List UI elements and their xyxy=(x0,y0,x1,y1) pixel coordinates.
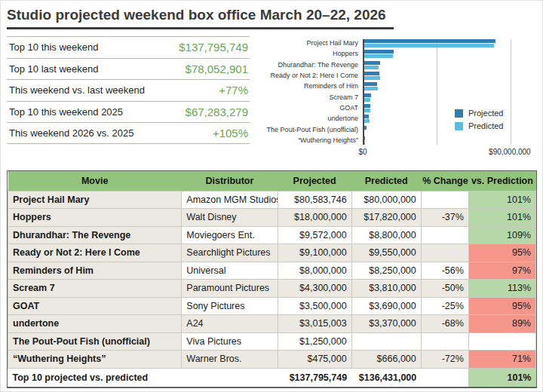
bar-predicted xyxy=(364,66,379,69)
vs-prediction-cell: 89% xyxy=(468,315,535,333)
bar-projected xyxy=(364,104,370,108)
pct-change-cell xyxy=(421,226,468,244)
legend-item: Projected xyxy=(455,109,503,118)
pct-change-cell: -72% xyxy=(421,351,468,369)
vs-prediction-cell: 71% xyxy=(468,351,535,369)
bar-predicted xyxy=(364,76,380,80)
column-header: Distributor xyxy=(182,171,278,191)
movie-cell: “Wuthering Heights” xyxy=(8,351,182,369)
chart-category-label: “Wuthering Heights” xyxy=(257,136,363,145)
legend-label: Projected xyxy=(468,109,503,118)
movie-cell: Ready or Not 2: Here I Come xyxy=(8,244,182,262)
predicted-cell xyxy=(351,332,421,351)
summary-label: Top 10 this weekend xyxy=(9,41,99,53)
bar-predicted xyxy=(364,119,370,123)
report-page: Studio projected weekend box office Marc… xyxy=(0,0,543,392)
pct-change-cell: -37% xyxy=(421,209,468,227)
bar-projected xyxy=(364,39,495,43)
chart-category-label: GOAT xyxy=(257,104,363,112)
column-header: Predicted xyxy=(351,171,421,191)
projected-cell: $80,583,746 xyxy=(278,191,351,209)
predicted-cell: $3,690,000 xyxy=(351,297,421,315)
chart-category-labels: Project Hail MaryHoppersDhurandhar: The … xyxy=(257,39,363,145)
pct-change-cell: -68% xyxy=(421,315,468,333)
movie-cell: Reminders of Him xyxy=(8,262,182,280)
bar-projected xyxy=(364,93,371,97)
x-tick-max: $90,000,000 xyxy=(489,148,531,156)
bar-predicted xyxy=(364,54,393,58)
summary-value: $67,283,279 xyxy=(186,106,248,118)
chart-category-label: Ready or Not 2: Here I Come xyxy=(257,72,363,80)
summary-value: $137,795,749 xyxy=(179,41,248,54)
vs-prediction-cell: 101% xyxy=(468,191,535,209)
bar-predicted xyxy=(364,141,365,145)
bar-projected xyxy=(364,50,394,54)
projected-cell: $1,250,000 xyxy=(278,332,351,351)
bar-group xyxy=(364,61,511,69)
footer-vs-prediction-cell: 101% xyxy=(468,368,535,387)
footer-projected-cell: $137,795,749 xyxy=(278,368,351,387)
pct-change-cell xyxy=(421,244,468,262)
table-header-row: MovieDistributorProjectedPredicted% Chan… xyxy=(8,171,536,191)
distributor-cell: Walt Disney xyxy=(182,209,278,227)
bar-projected xyxy=(364,126,367,130)
projected-cell: $8,000,000 xyxy=(278,262,351,280)
pct-change-cell: -50% xyxy=(421,280,468,298)
vs-prediction-cell: 101% xyxy=(468,209,535,227)
legend-swatch-predicted-icon xyxy=(455,122,463,130)
chart-category-label: Scream 7 xyxy=(257,93,363,102)
column-header: Projected xyxy=(278,171,351,191)
predicted-cell: $8,250,000 xyxy=(351,262,421,280)
summary-row: Top 10 this weekend 2025$67,283,279 xyxy=(7,101,250,123)
chart-legend: ProjectedPredicted xyxy=(455,109,503,130)
predicted-cell: $80,000,000 xyxy=(351,191,421,209)
distributor-cell: Warner Bros. xyxy=(182,351,278,369)
gridline-90m xyxy=(511,39,511,145)
vs-prediction-cell: 95% xyxy=(468,297,535,315)
table-row: GOATSony Pictures$3,500,000$3,690,000-25… xyxy=(8,297,536,315)
vs-prediction-cell: 113% xyxy=(468,280,535,298)
table-footer-row: Top 10 projected vs. predicted$137,795,7… xyxy=(8,368,536,387)
predicted-cell: $666,000 xyxy=(351,351,421,369)
movie-cell: GOAT xyxy=(8,297,182,315)
x-axis: $0 $90,000,000 xyxy=(363,148,511,158)
top-section: Top 10 this weekend$137,795,749Top 10 la… xyxy=(1,36,542,158)
movie-cell: The Pout-Pout Fish (unofficial) xyxy=(8,332,182,351)
movie-cell: Dhurandhar: The Revenge xyxy=(8,226,182,244)
vs-prediction-cell: 95% xyxy=(468,244,535,262)
movie-cell: undertone xyxy=(8,315,182,333)
chart-category-label: Project Hail Mary xyxy=(257,39,363,47)
table-row: “Wuthering Heights”Warner Bros.$475,000$… xyxy=(8,351,536,369)
summary-label: This weekend 2026 vs. 2025 xyxy=(9,127,134,139)
box-office-table: MovieDistributorProjectedPredicted% Chan… xyxy=(8,171,536,387)
summary-value: +77% xyxy=(219,84,248,96)
summary-table: Top 10 this weekend$137,795,749Top 10 la… xyxy=(7,36,250,158)
pct-change-cell: -25% xyxy=(421,297,468,315)
bar-group xyxy=(364,72,511,80)
chart-category-label: Reminders of Him xyxy=(257,82,363,90)
predicted-cell: $3,810,000 xyxy=(351,280,421,298)
movie-cell: Project Hail Mary xyxy=(8,191,182,209)
column-header: Movie xyxy=(8,171,182,191)
chart-category-label: Dhurandhar: The Revenge xyxy=(257,61,363,69)
footer-pct-change-cell xyxy=(421,368,468,387)
summary-label: This weekend vs. last weekend xyxy=(9,84,145,96)
x-tick-zero: $0 xyxy=(358,148,367,156)
table-row: Ready or Not 2: Here I ComeSearchlight P… xyxy=(8,244,536,262)
bar-group xyxy=(364,82,511,90)
bar-predicted xyxy=(364,109,370,112)
projected-cell: $18,000,000 xyxy=(278,209,351,227)
bar-group xyxy=(364,50,511,58)
pct-change-cell xyxy=(421,191,468,209)
bar-predicted xyxy=(364,87,378,90)
summary-value: $78,052,901 xyxy=(186,63,248,75)
summary-label: Top 10 last weekend xyxy=(9,63,99,75)
distributor-cell: Moviegoers Ent. xyxy=(182,226,278,244)
pct-change-cell xyxy=(421,332,468,351)
predicted-cell: $17,820,000 xyxy=(351,209,421,227)
vs-prediction-cell: 97% xyxy=(468,262,535,280)
pct-change-cell: -56% xyxy=(421,262,468,280)
legend-label: Predicted xyxy=(468,121,503,130)
vs-prediction-cell xyxy=(468,332,535,351)
table-row: undertoneA24$3,015,003$3,370,000-68%89% xyxy=(8,315,536,333)
